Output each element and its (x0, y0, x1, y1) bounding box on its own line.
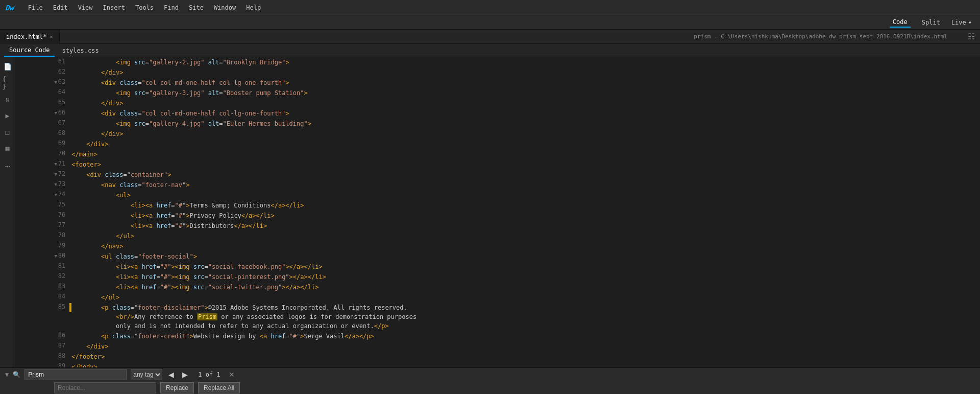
line-number: 65 (15, 98, 71, 108)
line-number: 81 (15, 262, 71, 272)
replace-input[interactable] (54, 382, 156, 393)
line-number: 78 (15, 231, 71, 241)
source-code-tab[interactable]: Source Code (4, 44, 55, 57)
find-input[interactable] (24, 369, 127, 380)
find-toolbar: ▼ 🔍 any tag ◀ ▶ 1 of 1 ✕ Replace Replace… (0, 367, 980, 394)
table-row: ▼66 <div class="col col-md-one-half col-… (15, 108, 980, 119)
replace-all-button[interactable]: Replace All (198, 382, 240, 393)
table-row: 64 <img src="gallery-3.jpg" alt="Booster… (15, 88, 980, 98)
line-number: 88 (15, 352, 71, 362)
index-tab[interactable]: index.html* ✕ (0, 30, 60, 44)
line-number: 64 (15, 88, 71, 98)
menu-tools[interactable]: Tools (131, 3, 158, 12)
table-row: 85 <p class="footer-disclaimer">©2015 Ad… (15, 303, 980, 331)
find-prev-btn[interactable]: ◀ (166, 370, 176, 379)
table-row: 68 </div> (15, 129, 980, 139)
grid-icon[interactable]: ▦ (3, 143, 13, 153)
sub-tab-bar: Source Code styles.css (0, 44, 980, 57)
menu-edit[interactable]: Edit (49, 3, 72, 12)
table-row: ▼74 <ul> (15, 190, 980, 200)
table-row: 65 </div> (15, 98, 980, 108)
line-number: 61 (15, 57, 71, 67)
line-content: </footer> (71, 352, 980, 362)
find-close-btn[interactable]: ✕ (229, 370, 235, 379)
table-row: ▼72 <div class="container"> (15, 170, 980, 180)
line-number: ▼80 (15, 251, 71, 262)
line-number: 83 (15, 282, 71, 292)
code-view-btn[interactable]: Code (890, 17, 911, 28)
table-row: 67 <img src="gallery-4.jpg" alt="Euler H… (15, 119, 980, 129)
code-icon[interactable]: { } (3, 78, 13, 88)
line-content: <img src="gallery-3.jpg" alt="Booster pu… (71, 88, 980, 98)
line-content: <footer> (71, 159, 980, 170)
line-number: 85 (15, 303, 71, 331)
table-row: 83 <li><a href="#"><img src="social-twit… (15, 282, 980, 292)
line-number: 70 (15, 149, 71, 159)
line-number: 89 (15, 362, 71, 367)
menu-insert[interactable]: Insert (99, 3, 129, 12)
table-row: 62 </div> (15, 67, 980, 78)
find-next-btn[interactable]: ▶ (180, 370, 190, 379)
menu-site[interactable]: Site (185, 3, 208, 12)
code-lines: 61 <img src="gallery-2.jpg" alt="Brookly… (15, 57, 980, 367)
sidebar-icons: 📄 { } ⇅ ▶ □ ▦ ⋯ (0, 57, 15, 367)
line-number: ▼74 (15, 190, 71, 200)
line-content: <li><a href="#">Distributors</a></li> (71, 221, 980, 231)
line-content: </ul> (71, 292, 980, 303)
cursor-icon[interactable]: ▶ (3, 110, 13, 121)
table-row: 76 <li><a href="#">Privacy Policy</a></l… (15, 211, 980, 221)
chat-icon[interactable]: □ (3, 127, 13, 137)
menu-file[interactable]: File (24, 3, 47, 12)
line-content: <p class="footer-credit">Website design … (71, 331, 980, 341)
find-expand-icon[interactable]: ▼ (5, 371, 9, 378)
menu-view[interactable]: View (74, 3, 97, 12)
line-number: ▼63 (15, 78, 71, 88)
table-row: 75 <li><a href="#">Terms &amp; Condition… (15, 200, 980, 211)
find-search-icon: 🔍 (13, 371, 20, 378)
line-content: <nav class="footer-nav"> (71, 180, 980, 190)
file-icon[interactable]: 📄 (3, 61, 13, 72)
line-content: <li><a href="#">Terms &amp; Conditions</… (71, 200, 980, 211)
tab-close-btn[interactable]: ✕ (50, 34, 53, 39)
line-number: ▼66 (15, 108, 71, 119)
menu-find[interactable]: Find (160, 3, 183, 12)
table-row: 77 <li><a href="#">Distributors</a></li> (15, 221, 980, 231)
menu-window[interactable]: Window (210, 3, 240, 12)
more-dots-icon[interactable]: ⋯ (5, 161, 10, 171)
arrow-icon[interactable]: ⇅ (3, 94, 13, 104)
table-row: 82 <li><a href="#"><img src="social-pint… (15, 272, 980, 282)
table-row: 61 <img src="gallery-2.jpg" alt="Brookly… (15, 57, 980, 67)
replace-row: Replace Replace All (5, 382, 975, 393)
line-content: </nav> (71, 241, 980, 251)
line-content: </main> (71, 149, 980, 159)
find-count: 1 of 1 (194, 371, 224, 378)
table-row: 89 </body> (15, 362, 980, 367)
find-type-dropdown[interactable]: any tag (131, 369, 162, 380)
line-content: <img src="gallery-2.jpg" alt="Brooklyn B… (71, 57, 980, 67)
title-bar: Dw File Edit View Insert Tools Find Site… (0, 0, 980, 15)
line-number: 76 (15, 211, 71, 221)
styles-css-tab[interactable]: styles.css (57, 44, 104, 57)
line-number: 84 (15, 292, 71, 303)
table-row: 69 </div> (15, 139, 980, 149)
menu-help[interactable]: Help (242, 3, 265, 12)
table-row: ▼80 <ul class="footer-social"> (15, 251, 980, 262)
table-row: 81 <li><a href="#"><img src="social-face… (15, 262, 980, 272)
find-row: ▼ 🔍 any tag ◀ ▶ 1 of 1 ✕ (5, 369, 975, 380)
live-view-btn[interactable]: Live ▾ (951, 19, 972, 26)
line-number: 68 (15, 129, 71, 139)
line-number: 87 (15, 341, 71, 352)
menu-bar: File Edit View Insert Tools Find Site Wi… (24, 3, 265, 12)
line-content: <li><a href="#"><img src="social-pintere… (71, 272, 980, 282)
tab-label: index.html* (6, 33, 46, 40)
line-content: <li><a href="#"><img src="social-twitter… (71, 282, 980, 292)
table-row: ▼63 <div class="col col-md-one-half col-… (15, 78, 980, 88)
line-number: 67 (15, 119, 71, 129)
line-number: ▼72 (15, 170, 71, 180)
table-row: 79 </nav> (15, 241, 980, 251)
split-view-btn[interactable]: Split (919, 18, 943, 27)
code-editor[interactable]: 61 <img src="gallery-2.jpg" alt="Brookly… (15, 57, 980, 367)
filter-icon[interactable]: ☷ (963, 32, 980, 41)
line-content: </ul> (71, 231, 980, 241)
replace-button[interactable]: Replace (160, 382, 194, 393)
